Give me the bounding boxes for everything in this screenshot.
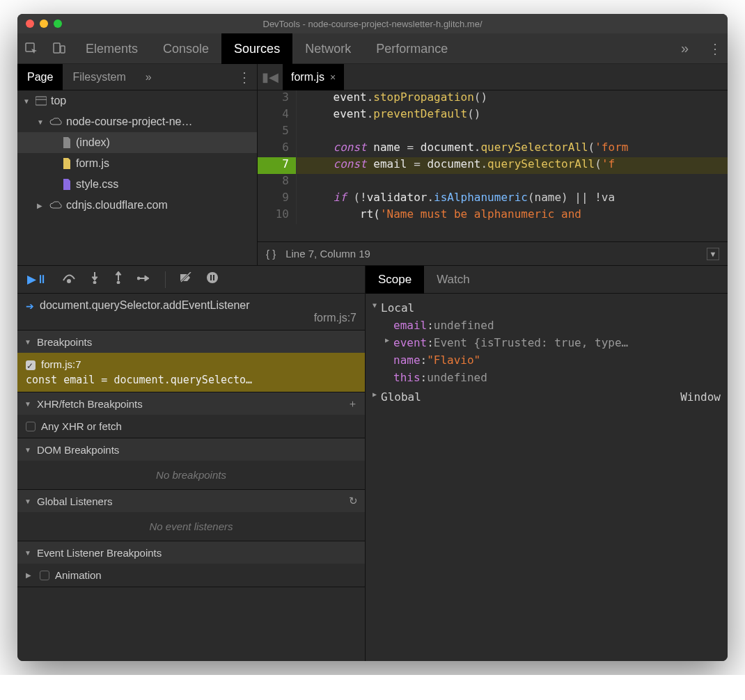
gutter[interactable]: 6 — [258, 141, 297, 157]
tab-network[interactable]: Network — [292, 33, 363, 64]
scope-local[interactable]: ▼Local — [372, 299, 721, 317]
code-line[interactable]: 9 if (!validator.isAlphanumeric(name) ||… — [258, 191, 728, 207]
code-line[interactable]: 6 const name = document.querySelectorAll… — [258, 141, 728, 157]
add-icon[interactable]: ＋ — [347, 397, 358, 411]
svg-point-8 — [93, 281, 96, 284]
tab-scope[interactable]: Scope — [366, 266, 424, 294]
pause-exceptions-icon[interactable] — [206, 271, 219, 287]
editor-tab-label: form.js — [291, 64, 324, 90]
device-icon[interactable] — [45, 42, 73, 56]
deactivate-breakpoints-icon[interactable] — [180, 272, 192, 287]
tree-top[interactable]: ▼ top — [17, 90, 257, 111]
tree-cdn[interactable]: ▶ cdnjs.cloudflare.com — [17, 195, 257, 216]
gutter[interactable]: 9 — [258, 191, 297, 207]
xhr-header[interactable]: ▼XHR/fetch Breakpoints＋ — [17, 392, 365, 415]
zoom-icon[interactable] — [54, 19, 62, 28]
step-out-icon[interactable] — [113, 271, 123, 287]
step-over-icon[interactable] — [62, 272, 76, 287]
file-tree: ▼ top ▼ node-course-project-ne… (index) … — [17, 90, 257, 265]
stack-location: form.js:7 — [40, 312, 356, 324]
pretty-print-icon[interactable]: { } — [266, 248, 276, 260]
scope-variable[interactable]: ▶event: Event {isTrusted: true, type… — [372, 334, 721, 351]
scope-variable[interactable]: this: undefined — [372, 369, 721, 386]
tab-sources[interactable]: Sources — [221, 33, 292, 64]
checkbox-icon[interactable] — [26, 422, 36, 431]
gutter[interactable]: 4 — [258, 107, 297, 124]
close-icon[interactable] — [26, 19, 34, 28]
tab-watch[interactable]: Watch — [424, 266, 483, 294]
gutter[interactable]: 5 — [258, 124, 297, 141]
scope-variable[interactable]: name: "Flavio" — [372, 351, 721, 369]
code-line[interactable]: 3 event.stopPropagation() — [258, 90, 728, 107]
debugger-area: ▶⏸ ➔ document.querySelector.addEventList… — [17, 266, 728, 661]
ev-header[interactable]: ▼Event Listener Breakpoints — [17, 541, 365, 564]
minimize-icon[interactable] — [40, 19, 48, 28]
tree-top-label: top — [51, 95, 66, 107]
breakpoint-item[interactable]: form.js:7 const email = document.querySe… — [17, 353, 365, 392]
refresh-icon[interactable]: ↻ — [349, 495, 358, 507]
tab-console[interactable]: Console — [150, 33, 221, 64]
code-line[interactable]: 4 event.preventDefault() — [258, 107, 728, 124]
gutter[interactable]: 7 — [258, 157, 297, 174]
dom-header[interactable]: ▼DOM Breakpoints — [17, 438, 365, 461]
svg-rect-19 — [213, 275, 214, 280]
dom-empty: No breakpoints — [17, 461, 365, 489]
scope-global-value: Window — [680, 390, 721, 404]
tab-performance[interactable]: Performance — [363, 33, 460, 64]
inspect-icon[interactable] — [17, 42, 45, 56]
breakpoints-header[interactable]: ▼Breakpoints — [17, 331, 365, 353]
toggle-navigator-icon[interactable]: ▮◀ — [258, 70, 283, 85]
close-icon[interactable]: × — [330, 64, 336, 90]
checkbox-icon[interactable] — [40, 571, 49, 580]
traffic-lights — [26, 19, 62, 28]
cloud-icon — [49, 117, 62, 127]
resume-icon[interactable]: ▶⏸ — [27, 272, 48, 287]
navigator-more-icon[interactable]: » — [136, 64, 162, 90]
chevron-down-icon: ▼ — [37, 118, 45, 126]
tab-filesystem[interactable]: Filesystem — [63, 64, 135, 90]
coverage-icon[interactable]: ▼ — [707, 248, 719, 260]
tree-file-label: (index) — [76, 136, 110, 149]
svg-point-5 — [68, 280, 70, 283]
code-line[interactable]: 10 rt('Name must be alphanumeric and — [258, 207, 728, 224]
gutter[interactable]: 3 — [258, 90, 297, 107]
step-into-icon[interactable] — [90, 271, 100, 287]
tree-file-index[interactable]: (index) — [17, 132, 257, 153]
debug-controls: ▶⏸ — [17, 266, 365, 294]
devtools-window: DevTools - node-course-project-newslette… — [17, 14, 728, 661]
ev-item[interactable]: ▶Animation — [17, 564, 365, 587]
event-listener-breakpoints-section: ▼Event Listener Breakpoints ▶Animation — [17, 541, 365, 587]
settings-menu-icon[interactable]: ⋮ — [703, 40, 728, 57]
call-stack-frame[interactable]: ➔ document.querySelector.addEventListene… — [17, 294, 365, 331]
scope-global[interactable]: ▶Global Window — [372, 386, 721, 408]
navigator-pane: Page Filesystem » ⋮ ▼ top ▼ node-course-… — [17, 64, 258, 265]
current-frame-icon: ➔ — [26, 301, 34, 312]
global-header[interactable]: ▼Global Listeners↻ — [17, 490, 365, 512]
editor-tab-formjs[interactable]: form.js × — [283, 64, 344, 90]
step-icon[interactable] — [137, 273, 151, 287]
gutter[interactable]: 8 — [258, 174, 297, 191]
tab-page[interactable]: Page — [17, 64, 63, 90]
code-line[interactable]: 7 const email = document.querySelectorAl… — [258, 157, 728, 174]
scope-tabs: Scope Watch — [366, 266, 728, 294]
cloud-icon — [49, 200, 62, 210]
svg-point-17 — [207, 272, 218, 283]
checkbox-icon[interactable] — [26, 360, 36, 370]
scope-variable[interactable]: email: undefined — [372, 317, 721, 334]
breakpoints-section: ▼Breakpoints form.js:7 const email = doc… — [17, 331, 365, 392]
gutter[interactable]: 10 — [258, 207, 297, 224]
more-tabs-icon[interactable]: » — [667, 40, 703, 56]
debugger-left: ▶⏸ ➔ document.querySelector.addEventList… — [17, 266, 366, 661]
code-editor[interactable]: 3 event.stopPropagation()4 event.prevent… — [258, 90, 728, 241]
tree-file-label: form.js — [76, 157, 109, 170]
tree-host[interactable]: ▼ node-course-project-ne… — [17, 111, 257, 132]
svg-rect-2 — [61, 46, 65, 53]
tree-file-formjs[interactable]: form.js — [17, 153, 257, 174]
window-title: DevTools - node-course-project-newslette… — [262, 19, 482, 29]
code-line[interactable]: 5 — [258, 124, 728, 141]
code-line[interactable]: 8 — [258, 174, 728, 191]
xhr-any[interactable]: Any XHR or fetch — [17, 415, 365, 438]
navigator-menu-icon[interactable]: ⋮ — [232, 69, 257, 86]
tree-file-stylecss[interactable]: style.css — [17, 174, 257, 195]
tab-elements[interactable]: Elements — [73, 33, 150, 64]
